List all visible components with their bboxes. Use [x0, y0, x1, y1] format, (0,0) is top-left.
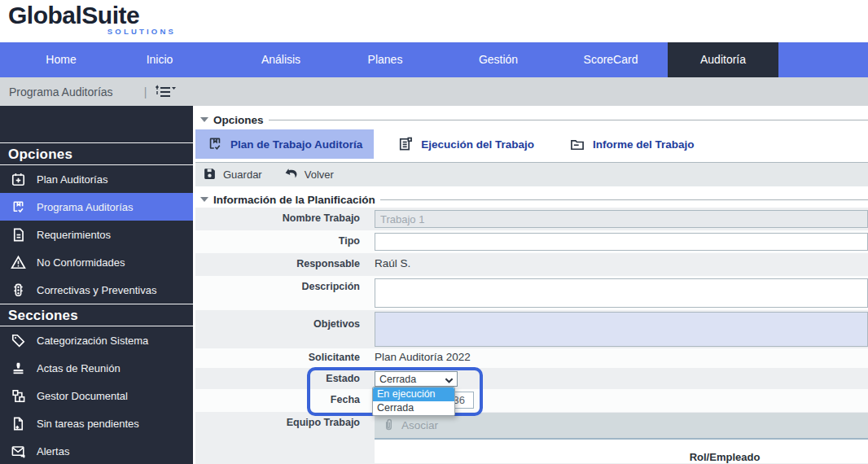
- collapse-caret-icon[interactable]: [200, 117, 208, 122]
- undo-arrow-icon: [283, 166, 298, 183]
- calendar-plus-icon: [10, 171, 26, 187]
- main-nav: Home Inicio Análisis Planes Gestión Scor…: [0, 42, 868, 77]
- breadcrumb-title: Programa Auditorías: [9, 85, 113, 98]
- tag-icon: [10, 332, 26, 348]
- volver-button[interactable]: Volver: [283, 166, 334, 183]
- sidebar-item-sin-tareas-pendientes[interactable]: Sin tareas pendientes: [0, 409, 193, 437]
- row-estado: Estado Cerrada: [195, 368, 868, 389]
- sidebar-item-alertas[interactable]: Alertas: [0, 437, 193, 464]
- row-fecha: Fecha: [195, 389, 868, 412]
- file-plus-icon: [10, 415, 26, 431]
- sidebar-item-correctivas-preventivas[interactable]: Correctivas y Preventivas: [0, 276, 193, 304]
- app-window: GlobalSuite SOLUTIONS Home Inicio Anális…: [0, 0, 868, 464]
- sidebar-item-label: Correctivas y Preventivas: [37, 284, 156, 296]
- sidebar-item-categorizacion-sistema[interactable]: Categorización Sistema: [0, 326, 193, 354]
- work-tabs: Plan de Trabajo Auditoría Ejecución del …: [195, 129, 868, 159]
- sidebar-section-secciones: Secciones: [0, 304, 193, 326]
- dropdown-option-cerrada[interactable]: Cerrada: [373, 401, 454, 415]
- field-label: Equipo Trabajo: [195, 412, 369, 464]
- tab-label: Informe del Trabajo: [593, 138, 695, 151]
- nav-item-planes[interactable]: Planes: [368, 42, 403, 77]
- sidebar-item-actas-reunion[interactable]: Actas de Reunión: [0, 354, 193, 382]
- descripcion-textarea[interactable]: [375, 278, 868, 308]
- asociar-button[interactable]: Asociar: [382, 417, 438, 435]
- sidebar-item-label: Plan Auditorías: [37, 173, 107, 186]
- row-responsable: Responsable Raúl S.: [195, 253, 868, 276]
- nav-item-inicio[interactable]: Inicio: [147, 42, 173, 77]
- nav-item-scorecard[interactable]: ScoreCard: [584, 42, 638, 77]
- row-nombre-trabajo: Nombre Trabajo: [195, 208, 868, 230]
- sidebar-item-label: Sin tareas pendientes: [37, 418, 139, 430]
- sidebar-item-plan-auditorias[interactable]: Plan Auditorías: [0, 165, 193, 193]
- form-doc-icon: [397, 136, 414, 152]
- row-equipo-trabajo: Equipo Trabajo Asociar: [195, 412, 868, 464]
- nav-item-analisis[interactable]: Análisis: [261, 42, 300, 77]
- warning-triangle-icon: [10, 254, 26, 270]
- volver-label: Volver: [305, 169, 334, 181]
- sidebar-item-label: Actas de Reunión: [37, 362, 121, 374]
- objetivos-textarea[interactable]: [375, 312, 868, 347]
- dropdown-option-en-ejecucion[interactable]: En ejecución: [373, 387, 454, 401]
- nav-item-home[interactable]: Home: [46, 42, 76, 77]
- bookmark-check-icon: [10, 199, 26, 215]
- sidebar-item-no-conformidades[interactable]: No Conformidades: [0, 248, 193, 276]
- field-label: Responsable: [195, 253, 369, 276]
- top-header: GlobalSuite SOLUTIONS: [0, 0, 868, 42]
- field-label: Objetivos: [195, 310, 369, 348]
- nav-item-gestion[interactable]: Gestión: [479, 42, 518, 77]
- field-label: Nombre Trabajo: [195, 208, 369, 230]
- list-menu-icon[interactable]: [155, 85, 176, 99]
- sitemap-icon: [10, 387, 26, 404]
- field-label: Solicitante: [195, 348, 369, 368]
- tipo-input[interactable]: [375, 233, 868, 251]
- nombre-trabajo-input[interactable]: [375, 210, 868, 228]
- asociar-bar: Asociar: [375, 413, 868, 440]
- field-label: Estado: [195, 368, 369, 389]
- informacion-fieldset-legend: Información de la Planificación: [197, 191, 868, 208]
- sidebar-item-requerimientos[interactable]: Requerimientos: [0, 221, 193, 248]
- equipo-table: Rol/Empleado: [375, 440, 868, 463]
- legend-title: Información de la Planificación: [213, 194, 375, 206]
- tab-ejecucion-del-trabajo[interactable]: Ejecución del Trabajo: [386, 129, 546, 159]
- main-content: Opciones Plan de Trabajo Auditoría: [193, 106, 868, 464]
- sidebar-item-label: No Conformidades: [37, 256, 125, 269]
- estado-selected-value: Cerrada: [379, 374, 416, 385]
- field-label: Tipo: [195, 230, 369, 253]
- estado-dropdown-list: En ejecución Cerrada: [372, 387, 455, 416]
- traffic-light-icon: [10, 282, 26, 298]
- responsable-value: Raúl S.: [375, 253, 868, 269]
- sidebar: Opciones Plan Auditorías: [0, 106, 193, 464]
- field-label: Descripción: [195, 276, 369, 310]
- tab-label: Ejecución del Trabajo: [421, 138, 534, 151]
- nav-item-auditoria-active[interactable]: Auditoría: [668, 42, 778, 77]
- sidebar-item-gestor-documental[interactable]: Gestor Documental: [0, 382, 193, 409]
- row-tipo: Tipo: [195, 230, 868, 253]
- sidebar-item-label: Programa Auditorías: [37, 201, 134, 213]
- tab-label: Plan de Trabajo Auditoría: [230, 138, 362, 151]
- asociar-label: Asociar: [401, 419, 438, 431]
- solicitante-value: Plan Auditoría 2022: [375, 348, 868, 363]
- sidebar-item-programa-auditorias[interactable]: Programa Auditorías: [0, 193, 193, 221]
- logo-brand-text: GlobalSuite: [8, 2, 179, 29]
- document-icon: [10, 226, 26, 243]
- paperclip-icon: [382, 417, 396, 435]
- field-label: Fecha: [195, 389, 369, 412]
- sidebar-item-label: Alertas: [37, 445, 69, 457]
- tab-informe-del-trabajo[interactable]: Informe del Trabajo: [558, 129, 706, 159]
- tab-plan-de-trabajo-auditoria[interactable]: Plan de Trabajo Auditoría: [195, 129, 374, 159]
- estado-select[interactable]: Cerrada: [375, 371, 458, 387]
- planificacion-form: Nombre Trabajo Tipo Responsable Raúl S.: [195, 208, 868, 464]
- guardar-label: Guardar: [223, 169, 262, 181]
- mail-arrow-icon: [10, 443, 26, 459]
- sidebar-item-label: Requerimientos: [37, 229, 111, 241]
- collapse-caret-icon[interactable]: [200, 197, 208, 202]
- guardar-button[interactable]: Guardar: [203, 167, 262, 183]
- bookmark-check-icon: [207, 136, 223, 152]
- row-objetivos: Objetivos: [195, 310, 868, 348]
- stamp-icon: [10, 360, 26, 376]
- chevron-down-icon: [445, 375, 454, 387]
- folder-doc-icon: [569, 136, 585, 152]
- breadcrumb-separator: |: [144, 85, 147, 98]
- save-icon: [203, 167, 217, 183]
- globalsuite-logo: GlobalSuite SOLUTIONS: [8, 2, 179, 36]
